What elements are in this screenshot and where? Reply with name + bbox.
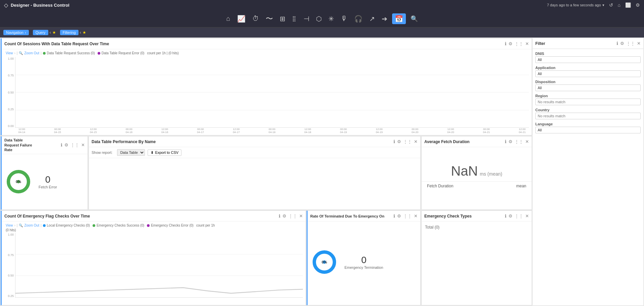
toolbar-wave-icon[interactable]: 〜 [264,12,275,25]
check-types-settings-icon[interactable]: ⚙ [508,213,513,219]
filtering-left-arrow[interactable]: ‹ [80,30,81,35]
filter-region-input[interactable] [535,99,641,105]
toolbar-headset-icon[interactable]: 🎧 [352,13,365,24]
check-types-info-icon[interactable]: ℹ [505,213,506,219]
failure-drag-icon[interactable]: ⋮⋮ [70,142,79,147]
toolbar-search-icon[interactable]: 🔍 [409,14,420,24]
toolbar-sun-icon[interactable]: ✳ [326,13,336,24]
fetch-close-icon[interactable]: ✕ [525,139,529,144]
sessions-info-icon[interactable]: ℹ [505,41,506,46]
terminated-drag-icon[interactable]: ⋮⋮ [403,213,412,219]
fetch-settings-icon[interactable]: ⚙ [508,139,513,144]
terminated-percentage: 0% [322,260,327,264]
filter-region-label: Region [535,94,641,98]
toolbar-home-icon[interactable]: ⌂ [224,13,232,24]
terminated-settings-icon[interactable]: ⚙ [397,213,401,219]
failure-settings-icon[interactable]: ⚙ [64,142,68,147]
filter-drag-icon[interactable]: ⋮⋮ [626,41,635,46]
chart-view-link[interactable]: View [6,51,13,55]
perf-info-icon[interactable]: ℹ [393,139,395,144]
home-topbar-icon[interactable]: ⌂ [618,2,621,8]
perf-drag-icon[interactable]: ⋮⋮ [403,139,412,144]
filter-info-icon[interactable]: ℹ [616,41,618,46]
terminated-widget: Rate Of Terminated Due To Emergency On ℹ… [307,210,421,305]
failure-donut: 0% [5,168,32,195]
failure-close-icon[interactable]: ✕ [81,142,85,147]
toolbar-chart-icon[interactable]: 📈 [235,13,248,24]
failure-title: Data TableRequest FailureRate [4,138,61,152]
perf-close-icon[interactable]: ✕ [414,139,418,144]
failure-info-icon[interactable]: ℹ [61,142,62,147]
terminated-close-icon[interactable]: ✕ [414,213,418,219]
query-button[interactable]: Query [33,30,48,35]
toolbar-arrow-right-icon[interactable]: ➔ [380,13,389,24]
filter-language-input[interactable] [535,127,641,133]
check-types-widget: Emergency Check Types ℹ ⚙ ⋮⋮ ✕ Total (0) [421,210,532,305]
toolbar-arrow-upright-icon[interactable]: ↗ [367,13,377,24]
emerg-view-controls: View › | 🔍 Zoom Out | Local Emergency Ch… [4,223,303,228]
fetch-unit: ms (mean) [480,171,502,177]
query-left-arrow[interactable]: ‹ [50,30,51,35]
filter-country-input[interactable] [535,113,641,119]
legend-error-label: Data Table Request Error (0) [102,51,145,55]
filter-settings-icon[interactable]: ⚙ [620,41,624,46]
report-select[interactable]: Data Table [117,149,145,156]
zoom-out-link[interactable]: Zoom Out [24,51,39,55]
emerg-settings-icon[interactable]: ⚙ [282,213,286,219]
zoom-icon[interactable]: 🔍 [19,51,23,55]
toolbar-grid-icon[interactable]: ⣿ [290,14,299,23]
navigation-button[interactable]: Navigation › [3,30,29,35]
toolbar-table-icon[interactable]: ⊞ [278,13,287,24]
filter-group-language: Language [535,122,641,133]
filter-dnis-input[interactable] [535,56,641,63]
emerg-zoom-out-link[interactable]: Zoom Out [24,224,39,227]
query-star[interactable]: ★ [52,30,56,35]
emerg-close-icon[interactable]: ✕ [299,213,303,219]
fetch-header: Average Fetch Duration ℹ ⚙ ⋮⋮ ✕ [422,136,532,147]
fetch-title: Average Fetch Duration [424,139,505,144]
sessions-settings-icon[interactable]: ⚙ [508,41,513,46]
top-bar: ◇ Designer - Business Control 7 days ago… [0,0,644,10]
refresh-icon[interactable]: ↺ [609,2,613,8]
export-csv-button[interactable]: ⬇ Export to CSV [148,149,181,156]
fetch-duration-label: Fetch Duration [427,184,453,188]
toolbar-mic-icon[interactable]: 🎙 [339,13,350,24]
chart-plot-area: 1.00 0.75 0.50 0.25 0.00 [4,57,529,134]
toolbar-history-icon[interactable]: ⏱ [250,13,261,24]
toolbar-flow-icon[interactable]: ⊣ [302,13,311,24]
terminated-info-icon[interactable]: ℹ [393,213,395,219]
emerg-drag-icon[interactable]: ⋮⋮ [288,213,297,219]
sessions-close-icon[interactable]: ✕ [525,41,529,46]
save-icon[interactable]: ⬜ [625,2,631,8]
filter-disposition-input[interactable] [535,84,641,91]
chart-grid [15,57,529,128]
emerg-plot-area: 1.00 0.75 0.50 0.25 [4,233,303,304]
perf-settings-icon[interactable]: ⚙ [397,139,401,144]
emerg-zoom-icon[interactable]: 🔍 [19,224,23,227]
emerg-info-icon[interactable]: ℹ [279,213,280,219]
fetch-drag-icon[interactable]: ⋮⋮ [515,139,523,144]
terminated-donut: 0% [311,249,338,276]
failure-stat: 0 Fetch Error [39,174,57,189]
check-types-drag-icon[interactable]: ⋮⋮ [515,213,523,219]
filter-language-label: Language [535,122,641,126]
filter-close-icon[interactable]: ✕ [637,41,641,46]
x-axis: 12:0004-14 00:0004-15 12:0004-15 00:0004… [15,128,529,134]
filter-application-input[interactable] [535,70,641,77]
sessions-chart-title: Count Of Sessions With Data Table Reques… [4,42,505,46]
emerg-view-link[interactable]: View [6,224,13,227]
settings-icon[interactable]: ⚙ [636,2,640,8]
check-types-close-icon[interactable]: ✕ [525,213,529,219]
chart-view-controls: View › | 🔍 Zoom Out | Data Table Request… [4,51,529,56]
emerg-error-dot [147,224,150,227]
time-range-display[interactable]: 7 days ago to a few seconds ago ▾ [547,3,604,7]
toolbar-network-icon[interactable]: ⬡ [314,13,324,24]
toolbar-calendar-icon[interactable]: 📅 [392,13,406,24]
fetch-info-icon[interactable]: ℹ [505,139,506,144]
fetch-error-count: 0 [39,174,57,185]
check-types-header: Emergency Check Types ℹ ⚙ ⋮⋮ ✕ [422,211,532,222]
sessions-drag-icon[interactable]: ⋮⋮ [515,41,523,46]
filtering-star[interactable]: ★ [83,30,86,35]
filtering-button[interactable]: Filtering [60,30,78,35]
sessions-chart-header: Count Of Sessions With Data Table Reques… [2,39,532,49]
